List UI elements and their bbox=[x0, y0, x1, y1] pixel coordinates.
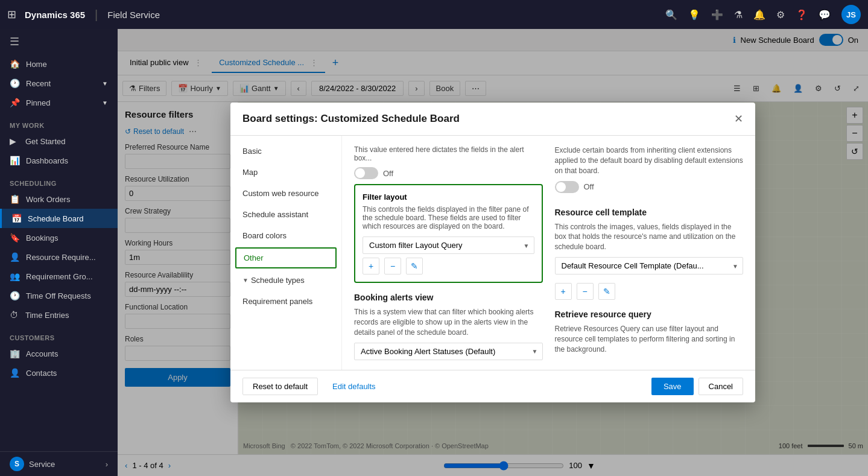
service-section[interactable]: S Service › bbox=[0, 451, 118, 476]
nav-item-other[interactable]: Other bbox=[235, 247, 337, 268]
booking-alerts-select[interactable]: Active Booking Alert Statuses (Default) bbox=[354, 343, 543, 360]
bell-icon[interactable]: 🔔 bbox=[753, 9, 765, 21]
nav-right: 🔍 💡 ➕ ⚗ 🔔 ⚙ ❓ 💬 JS bbox=[665, 5, 861, 24]
modal-nav: Basic Map Custom web resource Schedule a… bbox=[230, 136, 342, 369]
timeoff-icon: 🕐 bbox=[10, 291, 20, 300]
sidebar-item-contacts[interactable]: 👤 Contacts bbox=[0, 363, 118, 382]
reset-default-button[interactable]: Reset to default bbox=[242, 378, 318, 395]
modal-body: Basic Map Custom web resource Schedule a… bbox=[230, 136, 755, 369]
booking-alerts-section: Booking alerts view This is a system vie… bbox=[354, 293, 543, 360]
nav-item-req-panels[interactable]: Requirement panels bbox=[230, 291, 341, 312]
filter-layout-icons: + − ✎ bbox=[363, 258, 534, 274]
timeentries-icon: ⏱ bbox=[10, 310, 19, 320]
help-icon[interactable]: ❓ bbox=[796, 9, 808, 21]
chevron-down-icon-pinned: ▼ bbox=[102, 100, 108, 106]
filter-layout-add[interactable]: + bbox=[363, 258, 379, 274]
resource-cell-desc: This controls the images, values, fields… bbox=[555, 222, 744, 252]
resource-cell-section: Resource cell template This controls the… bbox=[555, 208, 744, 300]
edit-defaults-button[interactable]: Edit defaults bbox=[325, 378, 383, 395]
resource-cell-edit[interactable]: ✎ bbox=[598, 283, 615, 300]
funnel-icon[interactable]: ⚗ bbox=[734, 9, 743, 21]
chat-icon[interactable]: 💬 bbox=[819, 9, 831, 21]
nav-item-schedule-types[interactable]: ▼ Schedule types bbox=[230, 270, 341, 291]
resource-cell-add[interactable]: + bbox=[555, 283, 572, 300]
sidebar-item-recent[interactable]: 🕐 Recent ▼ bbox=[0, 74, 118, 93]
sidebar-item-dashboards[interactable]: 📊 Dashboards bbox=[0, 151, 118, 170]
nav-item-map[interactable]: Map bbox=[230, 162, 341, 183]
sidebar-label-resourcereq: Resource Require... bbox=[26, 253, 96, 262]
nav-item-schedule-assistant[interactable]: Schedule assistant bbox=[230, 204, 341, 225]
waffle-icon[interactable]: ⊞ bbox=[7, 8, 16, 21]
modal-header: Board settings: Customized Schedule Boar… bbox=[230, 103, 755, 136]
sidebar-item-reqgroup[interactable]: 👥 Requirement Gro... bbox=[0, 267, 118, 286]
modal-close-button[interactable]: ✕ bbox=[734, 112, 743, 125]
alert-toggle-row: Off bbox=[354, 167, 543, 179]
filter-layout-desc: This controls the fields displayed in th… bbox=[363, 205, 534, 230]
dashboards-icon: 📊 bbox=[10, 156, 20, 165]
sidebar-item-resourcereq[interactable]: 👤 Resource Require... bbox=[0, 247, 118, 267]
nav-item-basic[interactable]: Basic bbox=[230, 141, 341, 162]
filter-layout-edit[interactable]: ✎ bbox=[406, 258, 423, 274]
footer-left: Reset to default Edit defaults bbox=[242, 378, 383, 395]
alert-toggle[interactable] bbox=[354, 167, 378, 179]
resource-cell-remove[interactable]: − bbox=[577, 283, 594, 300]
sidebar-label-dashboards: Dashboards bbox=[26, 156, 68, 165]
resource-cell-select[interactable]: Default Resource Cell Template (Defau... bbox=[555, 257, 744, 274]
service-label: Service bbox=[29, 460, 55, 469]
cancel-button[interactable]: Cancel bbox=[699, 378, 743, 395]
bookings-icon: 🔖 bbox=[10, 233, 20, 243]
sidebar-item-bookings[interactable]: 🔖 Bookings bbox=[0, 228, 118, 247]
home-icon: 🏠 bbox=[10, 59, 20, 69]
app-name: Dynamics 365 bbox=[25, 10, 85, 20]
sidebar-toggle[interactable]: ☰ bbox=[0, 29, 118, 54]
filter-layout-remove[interactable]: − bbox=[384, 258, 401, 274]
booking-alerts-select-wrapper: Active Booking Alert Statuses (Default) bbox=[354, 343, 543, 360]
sidebar-label-bookings: Bookings bbox=[26, 233, 58, 243]
filter-layout-select-wrapper: Custom filter Layout Query bbox=[363, 236, 534, 254]
service-avatar: S bbox=[10, 457, 24, 471]
section-mywork: My Work bbox=[0, 117, 118, 132]
chevron-down-icon: ▼ bbox=[102, 80, 108, 87]
filter-layout-heading: Filter layout bbox=[363, 192, 534, 202]
filter-layout-box: Filter layout This controls the fields d… bbox=[354, 184, 543, 283]
extensions-toggle[interactable] bbox=[555, 181, 579, 193]
modal-title: Board settings: Customized Schedule Boar… bbox=[242, 113, 460, 125]
chevron-schedule: ▼ bbox=[242, 277, 249, 284]
lightbulb-icon[interactable]: 💡 bbox=[688, 9, 700, 21]
sidebar-label-workorders: Work Orders bbox=[26, 195, 70, 204]
pin-icon: 📌 bbox=[10, 98, 20, 107]
getstarted-icon: ▶ bbox=[10, 136, 19, 146]
accounts-icon: 🏢 bbox=[10, 349, 20, 358]
sidebar-item-timeentries[interactable]: ⏱ Time Entries bbox=[0, 305, 118, 325]
sidebar-label-accounts: Accounts bbox=[26, 349, 58, 358]
nav-item-custom-web[interactable]: Custom web resource bbox=[230, 183, 341, 204]
top-nav: ⊞ Dynamics 365 | Field Service 🔍 💡 ➕ ⚗ 🔔… bbox=[0, 0, 868, 29]
sidebar-item-workorders[interactable]: 📋 Work Orders bbox=[0, 189, 118, 209]
nav-item-board-colors[interactable]: Board colors bbox=[230, 225, 341, 246]
sidebar-item-getstarted[interactable]: ▶ Get Started bbox=[0, 132, 118, 151]
main-area: ℹ New Schedule Board On Initial public v… bbox=[118, 29, 868, 476]
reqgroup-icon: 👥 bbox=[10, 271, 20, 281]
sidebar-item-accounts[interactable]: 🏢 Accounts bbox=[0, 344, 118, 363]
settings-icon[interactable]: ⚙ bbox=[776, 9, 785, 21]
plus-icon[interactable]: ➕ bbox=[711, 9, 723, 21]
sidebar-label-getstarted: Get Started bbox=[25, 137, 65, 146]
filter-layout-select[interactable]: Custom filter Layout Query bbox=[363, 236, 534, 254]
save-button[interactable]: Save bbox=[651, 378, 694, 395]
section-customers: Customers bbox=[0, 329, 118, 344]
search-icon[interactable]: 🔍 bbox=[665, 9, 677, 21]
modal-content-area: This value entered here dictates the fie… bbox=[342, 136, 755, 369]
sidebar-item-home[interactable]: 🏠 Home bbox=[0, 54, 118, 74]
sidebar-label-home: Home bbox=[26, 60, 47, 69]
retrieve-resource-section: Retrieve resource query Retrieve Resourc… bbox=[555, 309, 744, 354]
top-left-content: This value entered here dictates the fie… bbox=[354, 145, 543, 360]
extensions-toggle-label: Off bbox=[584, 182, 594, 191]
sidebar-item-timeoff[interactable]: 🕐 Time Off Requests bbox=[0, 286, 118, 305]
sidebar-label-timeoff: Time Off Requests bbox=[26, 291, 91, 300]
board-settings-modal: Board settings: Customized Schedule Boar… bbox=[230, 103, 755, 402]
avatar[interactable]: JS bbox=[841, 5, 861, 24]
modal-overlay: Board settings: Customized Schedule Boar… bbox=[118, 29, 868, 476]
booking-alerts-heading: Booking alerts view bbox=[354, 293, 543, 302]
sidebar-item-pinned[interactable]: 📌 Pinned ▼ bbox=[0, 93, 118, 112]
sidebar-item-scheduleboard[interactable]: 📅 Schedule Board bbox=[0, 209, 118, 228]
